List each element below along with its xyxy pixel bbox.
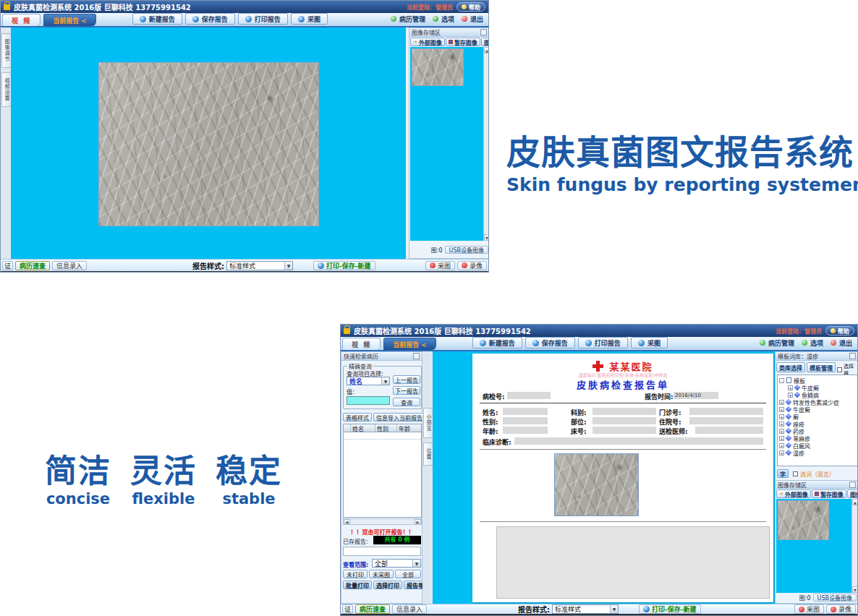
- report-text-area[interactable]: [496, 526, 770, 599]
- import-to-report-button[interactable]: 信息导入当前报告: [373, 413, 425, 422]
- video-canvas[interactable]: [11, 27, 406, 259]
- tree-item[interactable]: +牛皮癣: [779, 406, 857, 413]
- physician-field[interactable]: [695, 427, 763, 434]
- help-button[interactable]: 帮助: [825, 326, 854, 335]
- dropdown-arrow-icon[interactable]: ▼: [381, 377, 389, 385]
- info-entry-button[interactable]: 信息录入: [392, 604, 427, 614]
- tab-video[interactable]: 视 频: [2, 14, 41, 26]
- scroll-right-icon[interactable]: ▶: [415, 519, 421, 524]
- close-icon[interactable]: [849, 353, 856, 359]
- scrollbar[interactable]: ▲ ▼: [483, 47, 489, 241]
- expand-icon[interactable]: +: [788, 393, 793, 398]
- capture-button[interactable]: 采图: [794, 604, 824, 614]
- report-time-field[interactable]: 2016/4/10: [674, 392, 718, 399]
- collapse-icon[interactable]: -: [779, 378, 784, 383]
- new-report-button[interactable]: 新建报告: [132, 13, 182, 25]
- tree-item[interactable]: +牛皮癣: [779, 384, 857, 391]
- tree-item[interactable]: +痤疮: [779, 420, 857, 427]
- menu-record-management[interactable]: 病历管理: [387, 13, 429, 25]
- titlebar[interactable]: 皮肤真菌检测系统 2016版 巨聊科技 13775991542 当前登陆：管理员…: [1, 1, 488, 13]
- word-button[interactable]: 字: [777, 469, 789, 478]
- table-style-button[interactable]: 表格样式: [343, 413, 372, 422]
- save-report-button[interactable]: 保存报告: [185, 13, 235, 25]
- diagnosis-field[interactable]: [514, 437, 763, 445]
- filter-unprinted-button[interactable]: 未打印: [343, 570, 368, 578]
- bed-no-field[interactable]: [592, 427, 656, 434]
- quick-search-button[interactable]: 病历速查: [15, 261, 50, 270]
- h-scrollbar[interactable]: ◀ ▶: [343, 518, 422, 525]
- expand-icon[interactable]: +: [779, 422, 784, 427]
- select-print-button[interactable]: 选择打印: [373, 581, 402, 589]
- word-select-checkbox[interactable]: 选词（双击）: [793, 470, 835, 478]
- expand-icon[interactable]: +: [779, 429, 784, 434]
- expand-icon[interactable]: +: [779, 436, 784, 441]
- next-report-button[interactable]: 下一报告: [393, 386, 420, 395]
- report-style-select[interactable]: 标准样式 ▼: [226, 261, 293, 270]
- record-button[interactable]: 录像: [826, 604, 856, 614]
- capture-button[interactable]: 采图: [425, 261, 455, 270]
- tree-item[interactable]: +鱼鳞病: [779, 391, 857, 398]
- tree-item[interactable]: +药疹: [779, 427, 857, 435]
- side-tab-position[interactable]: 位置: [423, 442, 433, 466]
- expand-icon[interactable]: +: [779, 407, 784, 412]
- expand-icon[interactable]: +: [779, 443, 784, 448]
- print-report-button[interactable]: 打印报告: [238, 13, 288, 25]
- tree-item[interactable]: +荨麻疹: [779, 435, 857, 442]
- capture-button[interactable]: 采图: [291, 13, 328, 25]
- query-field-select[interactable]: 姓名 ▼: [347, 377, 390, 385]
- image-store-area[interactable]: ▲ ▼: [776, 499, 858, 593]
- image-thumbnail[interactable]: [412, 48, 464, 86]
- image-thumbnail[interactable]: [778, 500, 829, 540]
- dropdown-arrow-icon[interactable]: ▼: [412, 560, 420, 567]
- external-image-button[interactable]: ➜外部图像: [776, 489, 811, 498]
- category-select-button[interactable]: 类库选择: [776, 362, 805, 372]
- cert-button[interactable]: 证: [2, 261, 13, 270]
- body-part-field[interactable]: [592, 417, 656, 424]
- side-tab-image-adjust[interactable]: 图像调节: [1, 33, 12, 68]
- scroll-down-icon[interactable]: ▼: [852, 586, 858, 593]
- view-range-select[interactable]: 全部 ▼: [372, 559, 421, 568]
- temp-image-button[interactable]: 暂存图像: [812, 489, 846, 498]
- scrollbar[interactable]: ▲ ▼: [851, 499, 858, 593]
- menu-options[interactable]: 选项: [798, 337, 827, 348]
- template-tree[interactable]: -模板 +牛皮癣 +鱼鳞病 +特发性色素减少症 +牛皮癣 +癣 +痤疮 +药疹 …: [777, 375, 858, 466]
- info-entry-button[interactable]: 信息录入: [52, 261, 87, 270]
- image-settings-button[interactable]: 图像设置: [847, 489, 858, 498]
- menu-exit[interactable]: 退出: [827, 337, 856, 348]
- batch-print-button[interactable]: 批量打印: [343, 581, 372, 589]
- menu-record-management[interactable]: 病历管理: [756, 337, 798, 348]
- usb-device-image-button[interactable]: USB设备图像: [445, 246, 488, 254]
- tab-current-report[interactable]: 当前报告 <: [383, 338, 436, 350]
- capture-button[interactable]: 采图: [631, 337, 668, 348]
- print-report-button[interactable]: 打印报告: [578, 337, 628, 348]
- prev-report-button[interactable]: 上一报告: [393, 375, 420, 384]
- side-tab-video-settings[interactable]: 视频设置: [1, 72, 12, 107]
- query-button[interactable]: 查询: [393, 398, 420, 406]
- temp-image-button[interactable]: 暂存图像: [446, 38, 480, 46]
- results-table[interactable]: 姓名 性别 年龄: [343, 424, 422, 518]
- gender-field[interactable]: [503, 417, 548, 424]
- cert-button[interactable]: 证: [342, 604, 353, 614]
- filter-all-button[interactable]: 全部: [395, 570, 421, 578]
- help-button[interactable]: 帮助: [456, 2, 485, 12]
- inpatient-no-field[interactable]: [689, 417, 763, 424]
- print-save-new-button[interactable]: 打印-保存-新建: [639, 604, 700, 614]
- scroll-up-icon[interactable]: ▲: [852, 499, 858, 505]
- tree-root[interactable]: -模板: [779, 377, 857, 384]
- tab-video[interactable]: 视 频: [342, 338, 381, 350]
- age-field[interactable]: [503, 427, 548, 434]
- dropdown-arrow-icon[interactable]: ▼: [610, 605, 618, 613]
- scroll-down-icon[interactable]: ▼: [484, 234, 489, 241]
- filter-uncaptured-button[interactable]: 未采图: [369, 570, 394, 578]
- tree-item[interactable]: +湿疹: [779, 449, 857, 456]
- scroll-left-icon[interactable]: ◀: [344, 519, 350, 524]
- department-field[interactable]: [592, 408, 656, 415]
- close-icon[interactable]: [849, 482, 856, 488]
- expand-icon[interactable]: +: [788, 385, 793, 390]
- save-report-button[interactable]: 保存报告: [525, 337, 575, 348]
- tab-current-report[interactable]: 当前报告 <: [43, 14, 96, 26]
- close-icon[interactable]: [480, 29, 487, 35]
- menu-options[interactable]: 选项: [429, 13, 458, 25]
- record-button[interactable]: 录像: [457, 261, 487, 270]
- side-tab-mini-preview[interactable]: 小预览: [423, 408, 433, 438]
